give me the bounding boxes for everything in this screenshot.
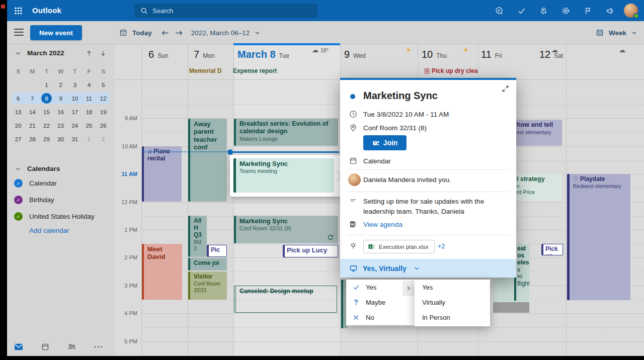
event-playdate[interactable]: ♡ Playdate Redwest elementary (567, 174, 630, 300)
minical-day[interactable]: 7 (25, 96, 39, 102)
minical-day[interactable]: 26 (96, 123, 110, 129)
minical-day[interactable]: 1 (82, 136, 96, 142)
view-selector[interactable]: Week (609, 29, 626, 37)
calendar-item-birthday[interactable]: ✓ Birthday (14, 196, 54, 204)
calendars-section-header[interactable]: Calendars (27, 165, 60, 172)
calendar-checkbox[interactable]: ✓ (14, 179, 23, 188)
day-header-sun[interactable]: 6Sun (148, 49, 168, 60)
expand-popup-icon[interactable] (502, 85, 509, 93)
rsvp-option-no[interactable]: No (346, 310, 415, 325)
event-away-parent-teacher-conf[interactable]: Away parent teacher conf (188, 119, 227, 202)
minical-day[interactable]: 29 (39, 136, 53, 142)
minical-day[interactable]: 4 (82, 82, 96, 88)
more-attachments-link[interactable]: +2 (438, 243, 445, 250)
allday-event-label[interactable]: Memorial D (189, 67, 222, 74)
minical-month-title[interactable]: March 2022 (27, 49, 86, 57)
minical-day[interactable]: 15 (39, 109, 53, 115)
event-strategy-partial[interactable]: l strategy o rd Price (514, 174, 562, 201)
attachment-chip[interactable]: x Execution plan.xlsx (363, 240, 435, 253)
minical-day[interactable]: 14 (25, 109, 39, 115)
event-pick-up-lucy[interactable]: Pick up Lucy (283, 245, 338, 257)
allday-event-label[interactable]: Expense report (233, 67, 277, 74)
minical-day[interactable]: 10 (68, 96, 82, 102)
minical-next-month-arrow[interactable] (100, 50, 107, 57)
minical-day[interactable]: 2 (96, 136, 110, 142)
rsvp-response-bar[interactable]: Yes, Virtually (340, 259, 516, 278)
minical-day[interactable]: 20 (11, 123, 25, 129)
minical-day[interactable]: 21 (25, 123, 39, 129)
minical-day[interactable]: 17 (68, 109, 82, 115)
view-selector-chevron-icon[interactable] (631, 30, 637, 36)
event-gray-block[interactable] (493, 302, 529, 313)
calendars-collapse-chevron-icon[interactable] (15, 166, 21, 172)
date-range-chevron-icon[interactable] (255, 30, 260, 36)
more-modules-icon[interactable]: ··· (94, 342, 103, 351)
flag-icon[interactable] (577, 0, 599, 21)
today-button[interactable]: Today (132, 29, 152, 37)
minical-day[interactable]: 8 (39, 93, 53, 104)
feedback-megaphone-icon[interactable] (599, 0, 621, 21)
minical-day[interactable]: 16 (54, 109, 68, 115)
day-header-fri[interactable]: 11Fri (481, 49, 502, 60)
event-piano-recital[interactable]: ♫ Piano recital (142, 146, 182, 202)
rsvp-submenu-virtually[interactable]: Virtually (415, 295, 490, 310)
user-avatar[interactable] (624, 4, 638, 18)
rsvp-chevron-down-icon[interactable] (414, 265, 420, 272)
mini-calendar[interactable]: SMTWTFS123456789101112131415161718192021… (11, 64, 111, 146)
event-canceled-design-meetup[interactable]: Canceled: Design meetup (234, 286, 337, 313)
minical-day[interactable]: 30 (54, 136, 68, 142)
event-pick-up-fri[interactable]: Pick up (541, 244, 563, 255)
minical-day[interactable]: 31 (68, 136, 82, 142)
organizer-avatar[interactable] (348, 173, 361, 186)
minical-day[interactable]: 13 (11, 109, 25, 115)
event-marketing-sync-selected[interactable]: Marketing Sync Teams meeting (233, 158, 334, 193)
day-header-thu[interactable]: 10Thu (422, 49, 447, 60)
event-breakfast-series[interactable]: Breakfast series: Evolution of calendar … (234, 119, 338, 146)
settings-gear-icon[interactable] (554, 0, 577, 21)
add-calendar-link[interactable]: Add calendar (29, 227, 69, 234)
minical-day[interactable]: 24 (68, 123, 82, 129)
calendar-item-calendar[interactable]: ✓ Calendar (14, 179, 57, 188)
minical-selected-day[interactable]: 8 (41, 93, 52, 104)
rsvp-option-maybe[interactable]: ? Maybe (346, 295, 415, 310)
minical-day[interactable]: 11 (82, 96, 96, 102)
rsvp-submenu-in-person[interactable]: In Person (415, 310, 490, 325)
hamburger-menu-icon[interactable] (14, 29, 24, 36)
minical-day[interactable]: 1 (39, 82, 53, 88)
minical-day[interactable]: 19 (96, 109, 110, 115)
minical-day[interactable]: 3 (68, 82, 82, 88)
event-all-hands-q3[interactable]: All H Q3 Bld 3 (188, 216, 207, 257)
view-agenda-link[interactable]: View agenda (363, 221, 403, 228)
join-meeting-button[interactable]: T Join (363, 135, 407, 150)
mail-module-icon[interactable] (14, 343, 23, 351)
date-range-label[interactable]: 2022, March 06–12 (191, 29, 250, 37)
search-input[interactable]: Search (134, 4, 317, 18)
next-week-arrow[interactable] (175, 29, 183, 37)
calendar-module-icon[interactable] (41, 343, 49, 351)
day-header-tue[interactable]: March 8Tue (237, 49, 289, 60)
prev-week-arrow[interactable] (161, 29, 170, 37)
calendar-checkbox[interactable]: ✓ (14, 196, 23, 204)
notifications-bell-icon[interactable]: 8 (532, 0, 554, 21)
minical-day[interactable]: 27 (11, 136, 25, 142)
chat-icon[interactable] (488, 0, 510, 21)
new-event-button[interactable]: New event (30, 25, 82, 40)
submenu-chevron-right-icon[interactable] (403, 281, 414, 296)
popup-calendar-name[interactable]: Calendar (363, 157, 391, 165)
minical-day[interactable]: 22 (39, 123, 53, 129)
minical-day[interactable]: 25 (82, 123, 96, 129)
minical-prev-month-arrow[interactable] (86, 50, 93, 57)
event-visitor[interactable]: Visitor Conf Room 32/31 (188, 272, 227, 300)
minical-day[interactable]: 6 (11, 96, 25, 102)
minical-collapse-chevron-icon[interactable] (15, 50, 21, 56)
todo-label[interactable]: Pick up dry clea (424, 67, 477, 74)
event-meet-david[interactable]: Meet David (142, 244, 182, 300)
event-pic[interactable]: Pic (207, 245, 227, 257)
day-header-wed[interactable]: 9Wed (344, 49, 366, 60)
calendar-checkbox[interactable]: ✓ (14, 212, 23, 221)
minical-day[interactable]: 12 (96, 96, 110, 102)
calendar-item-us-holiday[interactable]: ✓ United States Holiday (14, 212, 95, 221)
app-launcher-icon[interactable] (14, 7, 23, 15)
minical-day[interactable]: 18 (82, 109, 96, 115)
day-header-mon[interactable]: 7Mon (194, 49, 214, 60)
